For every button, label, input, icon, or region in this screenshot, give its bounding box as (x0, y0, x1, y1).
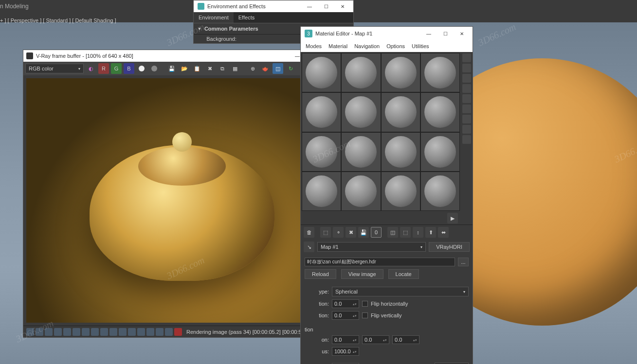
menu-utilities[interactable]: Utilities (412, 43, 429, 49)
render-last-icon[interactable]: 🫖 (260, 63, 271, 74)
sample-slot[interactable] (420, 172, 460, 211)
h-icon[interactable] (146, 328, 154, 336)
sample-type-icon[interactable] (462, 53, 471, 62)
close-button[interactable]: ✕ (336, 1, 349, 11)
radius-spinner[interactable]: 1000.0 (332, 347, 359, 356)
put-library-icon[interactable]: ◫ (387, 227, 398, 238)
sample-slot[interactable] (341, 172, 381, 211)
mat-titlebar[interactable]: 3 Material Editor - Map #1 — ☐ ✕ (301, 27, 473, 40)
viewport-label[interactable]: + ] [ Perspective ] [ Standard ] [ Defau… (0, 17, 116, 23)
get-material-icon[interactable]: 🗑 (304, 227, 314, 238)
flip-horiz-checkbox[interactable] (362, 301, 368, 307)
red-channel-button[interactable]: R (98, 63, 109, 74)
compare-icon[interactable] (100, 328, 108, 336)
browse-button[interactable]: ... (458, 258, 469, 266)
show-map-icon[interactable]: ⬚ (400, 227, 411, 238)
swap-channel-icon[interactable]: ◐ (86, 63, 96, 74)
copy-icon[interactable]: 💾 (358, 227, 369, 238)
hdri-path-field[interactable]: 时存放\zan cun\贴图\bergen.hdr (305, 258, 455, 266)
sample-slot[interactable] (420, 53, 460, 92)
sample-slot[interactable] (381, 53, 420, 92)
record-icon[interactable] (174, 328, 182, 336)
background-icon[interactable] (462, 74, 471, 83)
go-parent-icon[interactable]: ⬆ (425, 227, 436, 238)
sample-slot[interactable] (302, 53, 341, 92)
sample-slot[interactable] (341, 132, 381, 172)
duplicate-icon[interactable]: ⧉ (217, 63, 228, 74)
view-image-button[interactable]: View image (341, 269, 383, 279)
show-end-icon[interactable]: ↕ (413, 227, 423, 238)
sample-slot[interactable] (381, 172, 420, 211)
region-icon[interactable]: ▦ (230, 63, 240, 74)
pos-z-spinner[interactable]: 0.0 (392, 335, 419, 344)
sample-slot[interactable] (302, 92, 341, 132)
ocio-icon[interactable] (137, 328, 145, 336)
mono-channel-button[interactable] (136, 63, 147, 74)
blue-channel-button[interactable]: B (124, 63, 134, 74)
clear-icon[interactable]: ✖ (204, 63, 215, 74)
track-mouse-icon[interactable]: ⊕ (247, 63, 258, 74)
menu-material[interactable]: Material (328, 43, 347, 49)
srgb-icon[interactable] (165, 328, 173, 336)
pos-x-spinner[interactable]: 0.0 (332, 335, 359, 344)
scroll-right-icon[interactable]: ▶ (447, 213, 458, 224)
assign-icon[interactable]: ⚬ (333, 227, 344, 238)
hsl-icon[interactable] (63, 328, 71, 336)
curve-icon[interactable] (36, 328, 43, 336)
sample-slot[interactable] (381, 132, 420, 172)
refresh-icon[interactable]: ↻ (285, 63, 296, 74)
sample-slot[interactable] (341, 92, 381, 132)
horiz-rotation-spinner[interactable]: 0.0 (332, 299, 359, 308)
lut-icon[interactable] (128, 328, 136, 336)
material-type-button[interactable]: VRayHDRI (429, 242, 470, 252)
env-titlebar[interactable]: Environment and Effects — ☐ ✕ (194, 0, 353, 12)
menu-options[interactable]: Options (386, 43, 405, 49)
put-to-scene-icon[interactable]: ⬚ (320, 227, 331, 238)
tab-effects[interactable]: Effects (234, 12, 259, 23)
mat-close-button[interactable]: ✕ (455, 29, 469, 38)
preview-icon[interactable] (462, 104, 471, 113)
lens-icon[interactable] (109, 328, 117, 336)
clipboard-icon[interactable]: 📋 (192, 63, 202, 74)
alpha-channel-button[interactable] (149, 63, 160, 74)
render-output-image[interactable] (26, 78, 337, 323)
mat-maximize-button[interactable]: ☐ (438, 29, 452, 38)
icc-icon[interactable] (156, 328, 164, 336)
pick-icon[interactable]: ↘ (304, 242, 314, 252)
sample-slot[interactable] (381, 92, 420, 132)
sample-slot[interactable] (420, 92, 460, 132)
levels-icon[interactable] (73, 328, 80, 336)
material-name-field[interactable]: Map #1 (317, 242, 426, 252)
layout-icon[interactable] (462, 135, 471, 144)
locate-button[interactable]: Locate (388, 269, 419, 279)
vert-rotation-spinner[interactable]: 0.0 (332, 311, 359, 320)
mat-minimize-button[interactable]: — (422, 29, 436, 38)
make-unique-icon[interactable]: 0 (371, 227, 382, 238)
reset-icon[interactable]: ✖ (346, 227, 356, 238)
video-check-icon[interactable] (462, 94, 471, 103)
save-icon[interactable]: 💾 (166, 63, 177, 74)
green-channel-button[interactable]: G (111, 63, 122, 74)
options-icon[interactable] (462, 115, 471, 123)
bg-icon[interactable] (119, 328, 127, 336)
mapping-dropdown[interactable]: Spherical (332, 287, 469, 296)
sample-slot[interactable] (420, 132, 460, 172)
flip-vert-checkbox[interactable] (362, 312, 368, 318)
reload-button[interactable]: Reload (305, 269, 336, 279)
open-icon[interactable]: 📂 (179, 63, 190, 74)
uv-tiling-icon[interactable] (462, 84, 471, 93)
minimize-button[interactable]: — (303, 1, 316, 11)
pos-y-spinner[interactable]: 0.0 (362, 335, 389, 344)
info-icon[interactable] (45, 328, 53, 336)
menu-modes[interactable]: Modes (306, 43, 322, 49)
vfb-titlebar[interactable]: V-Ray frame buffer - [100% of 640 x 480]… (23, 50, 340, 62)
menu-navigation[interactable]: Navigation (354, 43, 380, 49)
cc-icon[interactable] (26, 328, 34, 336)
stamp-icon[interactable] (91, 328, 99, 336)
sample-slot[interactable] (302, 172, 341, 211)
sample-slot[interactable] (341, 53, 381, 92)
histogram-icon[interactable] (82, 328, 90, 336)
maximize-button[interactable]: ☐ (319, 1, 333, 11)
backlight-icon[interactable] (462, 64, 471, 72)
pixel-icon[interactable] (54, 328, 62, 336)
